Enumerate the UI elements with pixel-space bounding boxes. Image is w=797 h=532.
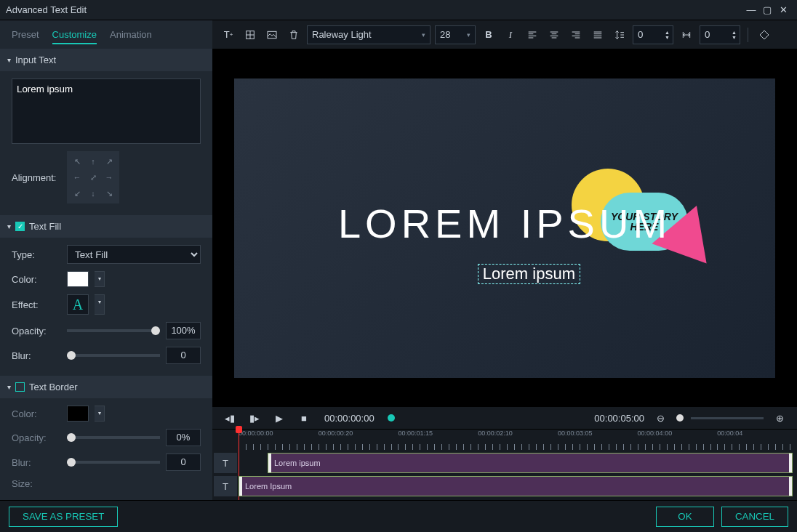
input-text-field[interactable]: Lorem ipsum — [12, 78, 201, 144]
align-br[interactable]: ↘ — [102, 186, 116, 201]
clip-handle-left[interactable] — [268, 454, 271, 472]
border-opacity-slider[interactable] — [67, 436, 160, 439]
text-toolbar: T+ Raleway Light▾ 28▾ B I ▲▼ ▲▼ — [212, 20, 797, 49]
section-input-text[interactable]: ▾ Input Text — [0, 49, 212, 71]
char-spacing-icon[interactable] — [678, 26, 695, 44]
prev-frame-icon[interactable]: ◂▮ — [221, 409, 239, 427]
section-text-border-label: Text Border — [29, 382, 77, 392]
char-spacing-input[interactable]: ▲▼ — [700, 25, 740, 44]
cancel-button[interactable]: CANCEL — [721, 507, 788, 527]
fill-opacity-slider[interactable] — [67, 329, 160, 332]
zoom-in-icon[interactable]: ⊕ — [771, 409, 788, 427]
timeline-ruler[interactable]: 00:00:00:0000:00:00:2000:00:01:1500:00:0… — [212, 429, 797, 451]
close-icon[interactable]: ✕ — [775, 4, 791, 15]
align-mr[interactable]: → — [102, 170, 116, 185]
align-tr[interactable]: ↗ — [102, 154, 116, 169]
clip-2-label: Lorem Ipsum — [245, 482, 292, 491]
border-color-label: Color: — [12, 408, 61, 419]
align-ml[interactable]: ← — [70, 170, 84, 185]
fill-blur-value[interactable]: 0 — [166, 347, 201, 364]
section-text-fill[interactable]: ▾ ✓ Text Fill — [0, 215, 212, 238]
border-color-swatch[interactable] — [67, 406, 89, 422]
save-as-preset-button[interactable]: SAVE AS PRESET — [9, 507, 118, 527]
text-border-checkbox[interactable] — [15, 382, 25, 392]
timecode-current: 00:00:00:00 — [324, 413, 375, 424]
align-justify-icon[interactable] — [589, 26, 606, 44]
next-frame-icon[interactable]: ▮▸ — [246, 409, 263, 427]
section-text-fill-label: Text Fill — [29, 221, 61, 232]
clip-handle-right[interactable] — [789, 454, 792, 472]
titlebar: Advanced Text Edit — ▢ ✕ — [0, 0, 797, 20]
text-fill-checkbox[interactable]: ✓ — [15, 222, 25, 231]
play-icon[interactable]: ▶ — [271, 409, 288, 427]
alignment-label: Alignment: — [12, 172, 61, 183]
fill-blur-slider[interactable] — [67, 354, 160, 357]
chevron-down-icon: ▾ — [7, 56, 11, 64]
font-select-value: Raleway Light — [312, 29, 372, 40]
fill-type-select[interactable]: Text Fill — [67, 245, 201, 264]
font-size-value: 28 — [440, 29, 450, 40]
align-center-icon[interactable] — [545, 26, 563, 44]
timeline-tracks: T Lorem ipsum T Lorem Ipsum — [212, 451, 797, 500]
fill-color-swatch[interactable] — [67, 271, 89, 287]
fill-opacity-label: Opacity: — [12, 326, 61, 336]
align-right-icon[interactable] — [567, 26, 585, 44]
align-bc[interactable]: ↓ — [86, 186, 100, 201]
preview-canvas: YOUR STORY HERE LOREM IPSUM Lorem ipsum — [234, 78, 775, 378]
preview-main-text[interactable]: LOREM IPSUM — [338, 200, 671, 247]
zoom-knob[interactable] — [676, 414, 684, 422]
clip-2[interactable]: Lorem Ipsum — [239, 476, 793, 496]
fill-effect-dropdown[interactable]: ▾ — [95, 294, 105, 315]
track-header-text-2[interactable]: T — [214, 476, 237, 496]
fill-effect-preview[interactable]: A — [67, 294, 89, 315]
ruler-tick: 00:00:04 — [717, 430, 797, 437]
preview-area[interactable]: YOUR STORY HERE LOREM IPSUM Lorem ipsum — [212, 49, 797, 407]
tab-preset[interactable]: Preset — [12, 26, 39, 44]
border-blur-slider[interactable] — [67, 461, 160, 464]
clip-handle-right[interactable] — [789, 477, 792, 496]
clip-1-label: Lorem ipsum — [274, 459, 321, 467]
align-bl[interactable]: ↙ — [70, 186, 84, 201]
stop-icon[interactable]: ■ — [295, 409, 313, 427]
ruler-tick: 00:00:00:20 — [319, 430, 398, 437]
border-blur-value[interactable]: 0 — [166, 454, 201, 471]
fill-opacity-value[interactable]: 100% — [166, 322, 201, 339]
marker-start[interactable] — [388, 414, 395, 422]
zoom-out-icon[interactable]: ⊖ — [652, 409, 669, 427]
add-text-icon[interactable]: T+ — [220, 26, 237, 44]
border-opacity-value[interactable]: 0% — [166, 429, 201, 446]
clip-1[interactable]: Lorem ipsum — [268, 453, 793, 473]
align-tc[interactable]: ↑ — [86, 154, 100, 169]
align-tl[interactable]: ↖ — [70, 154, 84, 169]
section-input-text-label: Input Text — [15, 55, 56, 65]
ruler-tick: 00:00:04:00 — [638, 430, 718, 437]
italic-button[interactable]: I — [502, 26, 519, 44]
fill-color-dropdown[interactable]: ▾ — [95, 271, 105, 287]
align-mc[interactable]: ⤢ — [86, 170, 100, 185]
align-left-icon[interactable] — [524, 26, 541, 44]
clip-handle-left[interactable] — [239, 477, 242, 496]
border-opacity-label: Opacity: — [12, 432, 61, 443]
tab-customize[interactable]: Customize — [52, 26, 97, 44]
tab-animation[interactable]: Animation — [110, 26, 152, 44]
preview-editable-text[interactable]: Lorem ipsum — [478, 264, 580, 284]
sidebar: Preset Customize Animation ▾ Input Text … — [0, 20, 212, 500]
section-text-border[interactable]: ▾ Text Border — [0, 376, 212, 398]
diamond-icon[interactable] — [756, 26, 773, 44]
bold-button[interactable]: B — [480, 26, 497, 44]
font-size-select[interactable]: 28▾ — [435, 25, 476, 44]
fill-type-label: Type: — [12, 249, 61, 260]
image-icon[interactable] — [263, 26, 281, 44]
font-select[interactable]: Raleway Light▾ — [307, 25, 430, 44]
line-spacing-input[interactable]: ▲▼ — [633, 25, 673, 44]
border-color-dropdown[interactable]: ▾ — [95, 406, 105, 422]
footer: SAVE AS PRESET OK CANCEL — [0, 500, 797, 532]
minimize-icon[interactable]: — — [743, 4, 759, 15]
ok-button[interactable]: OK — [656, 507, 714, 527]
select-icon[interactable] — [241, 26, 259, 44]
trash-icon[interactable] — [285, 26, 303, 44]
track-header-text-1[interactable]: T — [214, 453, 237, 473]
maximize-icon[interactable]: ▢ — [759, 4, 775, 15]
line-spacing-icon[interactable] — [611, 26, 628, 44]
fill-blur-label: Blur: — [12, 350, 61, 361]
